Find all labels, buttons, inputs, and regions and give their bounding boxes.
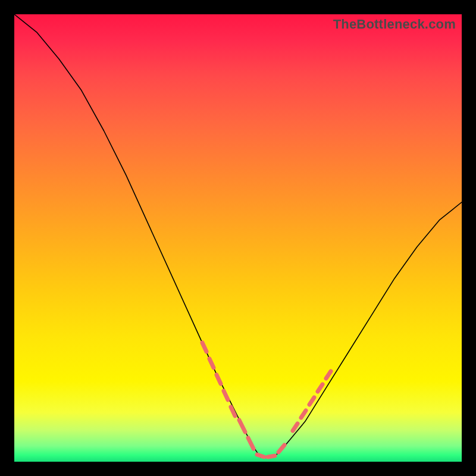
dash-seg <box>293 424 298 431</box>
chart-frame: TheBottleneck.com <box>0 0 476 476</box>
plot-area: TheBottleneck.com <box>14 14 462 462</box>
dash-group-right <box>293 371 331 431</box>
dash-group-bottom <box>239 420 284 457</box>
bottleneck-curve <box>14 14 462 458</box>
dash-seg <box>257 455 264 457</box>
dash-seg <box>309 397 314 405</box>
dash-seg <box>301 411 306 418</box>
curve-svg <box>14 14 462 462</box>
dash-seg <box>202 343 206 352</box>
dash-seg <box>248 438 253 449</box>
dash-seg <box>268 456 275 457</box>
dash-seg <box>239 420 245 432</box>
dash-seg <box>224 391 228 400</box>
dash-seg <box>278 445 284 452</box>
dash-seg <box>209 359 214 368</box>
dash-seg <box>326 371 331 378</box>
dash-seg <box>318 384 322 392</box>
dash-seg <box>217 375 221 384</box>
dash-seg <box>231 407 235 416</box>
